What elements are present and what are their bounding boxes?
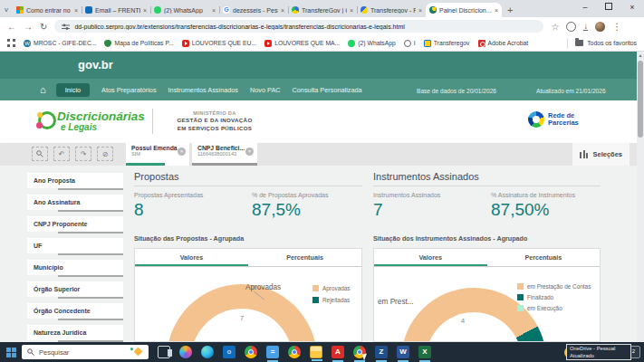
youtube-icon xyxy=(264,40,272,47)
tab-close-icon[interactable]: × xyxy=(418,7,422,14)
nav-atos-preparatorios[interactable]: Atos Preparatórios xyxy=(101,86,156,94)
file-explorer-icon[interactable] xyxy=(310,346,322,358)
bookmark-mrosc[interactable]: WMROSC - GIFE-DEC... xyxy=(24,40,96,47)
extensions-icon[interactable] xyxy=(566,22,576,32)
tab-transferegov-2[interactable]: Transferegov - P × xyxy=(357,3,426,17)
filter-chip-possui-emenda[interactable]: Possui Emenda SIM × xyxy=(126,143,189,166)
tab-close-icon[interactable]: × xyxy=(212,7,216,14)
instrumentos-donut-chart[interactable]: 4 em Prest... em Prestação de Contas Fin… xyxy=(374,267,600,341)
close-button[interactable]: × xyxy=(620,0,644,17)
word-icon[interactable]: W xyxy=(397,346,409,358)
filter-orgao-superior[interactable]: Órgão Superior xyxy=(27,281,123,297)
tab-painel-active[interactable]: Painel Discricion... × xyxy=(426,3,502,17)
excel-icon[interactable]: X xyxy=(418,346,431,358)
bookmark-mapa[interactable]: Mapa de Políticas P... xyxy=(104,40,173,47)
all-bookmarks-button[interactable]: Todos os favoritos xyxy=(567,38,637,49)
tab-percentuais[interactable]: Percentuais xyxy=(248,249,361,266)
clear-selections-button[interactable]: ⊘ xyxy=(97,147,113,161)
page-scrollbar[interactable]: ▲ xyxy=(637,52,644,342)
apps-grid-icon[interactable] xyxy=(7,39,15,47)
donut-callout: Aprovadas xyxy=(245,283,281,291)
acrobat-icon[interactable]: A xyxy=(332,346,344,358)
chip-close-icon[interactable]: × xyxy=(245,148,254,156)
bookmark-louvores-1[interactable]: LOUVORES QUE EU... xyxy=(182,40,256,47)
download-icon[interactable]: ↓ xyxy=(583,22,588,31)
tab-search-chevron-icon[interactable]: v xyxy=(0,3,13,17)
tab-close-icon[interactable]: × xyxy=(350,7,353,14)
tab-email[interactable]: Email – FRENTE × xyxy=(82,3,150,17)
home-icon[interactable]: ⌂ xyxy=(40,84,46,95)
selections-label: Seleções xyxy=(592,150,622,158)
filter-orgao-concedente[interactable]: Órgão Concedente xyxy=(27,303,123,319)
task-view-icon[interactable] xyxy=(158,346,170,358)
reload-icon[interactable]: ↻ xyxy=(40,22,47,32)
profile-avatar[interactable] xyxy=(595,22,605,32)
tab-transferegov-1[interactable]: TransfereGov | C × xyxy=(288,3,357,17)
tooltip-line1: OneDrive - Pessoal xyxy=(570,346,628,353)
site-info-icon[interactable] xyxy=(62,23,70,31)
legend-item[interactable]: Aprovadas xyxy=(312,285,351,291)
tab-close-icon[interactable]: × xyxy=(281,7,284,14)
tab-whatsapp[interactable]: (2) WhatsApp × xyxy=(150,3,219,17)
bookmark-star-icon[interactable]: ☆ xyxy=(551,22,559,32)
start-button[interactable] xyxy=(0,342,22,362)
new-tab-button[interactable]: + xyxy=(507,3,513,17)
omnibox[interactable]: dd-publico.serpro.gov.br/extensions/tran… xyxy=(54,20,543,33)
tab-valores[interactable]: Valores xyxy=(374,249,487,266)
scroll-up-icon[interactable]: ▲ xyxy=(637,52,644,58)
section-divider xyxy=(373,186,601,186)
scrollbar-thumb[interactable] xyxy=(638,61,643,138)
donut-ring xyxy=(167,284,317,341)
nav-instrumentos-assinados[interactable]: Instrumentos Assinados xyxy=(168,86,238,94)
bookmark-louvores-2[interactable]: LOUVORES QUE MA... xyxy=(264,40,340,47)
chip-close-icon[interactable]: × xyxy=(178,148,186,156)
minimize-button[interactable]: – xyxy=(573,0,597,17)
tab-dezesseis[interactable]: G dezesseis - Pesq × xyxy=(219,3,288,17)
legend-item[interactable]: em Prestação de Contas xyxy=(517,283,591,290)
tab-valores[interactable]: Valores xyxy=(135,249,248,266)
tab-como-entrar[interactable]: Como entrar no × xyxy=(13,3,82,17)
chrome-window-icon[interactable] xyxy=(353,346,366,358)
outlook-icon[interactable]: o xyxy=(223,346,235,358)
calculator-icon[interactable]: = xyxy=(266,346,279,358)
chrome-profile-icon[interactable] xyxy=(288,346,301,358)
taskbar-search[interactable]: Pesquisar xyxy=(22,345,149,359)
bookmark-whatsapp[interactable]: (2) WhatsApp xyxy=(348,40,396,47)
tab-percentuais[interactable]: Percentuais xyxy=(487,249,601,266)
edge-icon[interactable] xyxy=(201,346,214,358)
filter-ano-proposta[interactable]: Ano Proposta xyxy=(27,173,123,188)
copilot-sparkle-icon xyxy=(134,348,143,357)
whatsapp-icon xyxy=(154,6,161,14)
filter-natureza-juridica[interactable]: Natureza Jurídica xyxy=(27,325,123,340)
selections-button[interactable]: Seleções xyxy=(572,143,630,166)
tab-close-icon[interactable]: × xyxy=(143,7,147,14)
filter-uf[interactable]: UF xyxy=(27,238,123,253)
legend-item[interactable]: Rejeitadas xyxy=(312,297,351,303)
redo-icon: ↷ xyxy=(81,150,87,158)
browser-menu-icon[interactable]: ⋮ xyxy=(612,22,621,32)
legend-item[interactable]: Finalizado xyxy=(517,294,591,300)
legend-item[interactable]: em Execução xyxy=(517,305,591,311)
tab-close-icon[interactable]: × xyxy=(495,7,498,14)
zoomit-icon[interactable]: Z xyxy=(375,346,388,358)
filter-chip-cnpj[interactable]: CNPJ Benefici... 11664638000143 × xyxy=(192,143,257,166)
chrome-icon[interactable] xyxy=(245,346,257,358)
filter-ano-assinatura[interactable]: Ano Assinatura xyxy=(27,195,123,210)
smart-search-button[interactable] xyxy=(32,147,48,161)
bookmark-transferegov[interactable]: Transferegov xyxy=(424,40,470,47)
nav-novo-pac[interactable]: Novo PAC xyxy=(250,86,281,94)
bookmark-globe[interactable]: I xyxy=(404,40,416,47)
bookmark-acrobat[interactable]: Adobe Acrobat xyxy=(478,40,529,47)
step-back-button[interactable]: ↶ xyxy=(53,147,70,161)
filter-municipio[interactable]: Município xyxy=(27,260,123,275)
filter-cnpj-proponente[interactable]: CNPJ Proponente xyxy=(27,216,123,232)
tab-close-icon[interactable]: × xyxy=(74,7,78,14)
nav-inicio[interactable]: Início xyxy=(56,83,90,97)
nav-consulta-personalizada[interactable]: Consulta Personalizada xyxy=(293,86,362,94)
step-forward-button[interactable]: ↷ xyxy=(75,147,91,161)
propostas-donut-chart[interactable]: 7 Aprovadas Aprovadas Rejeitadas xyxy=(135,267,361,341)
back-icon[interactable]: ← xyxy=(7,22,16,32)
forward-icon[interactable]: → xyxy=(24,22,33,32)
maximize-button[interactable] xyxy=(597,0,620,17)
copilot-icon[interactable] xyxy=(179,346,192,358)
